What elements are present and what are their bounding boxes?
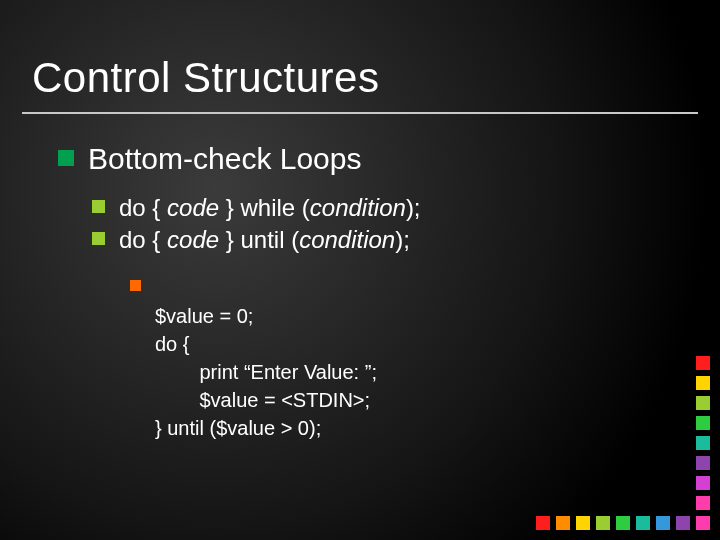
text-part: do { xyxy=(119,194,167,221)
deco-square-icon xyxy=(616,516,630,530)
deco-square-icon xyxy=(556,516,570,530)
deco-square-icon xyxy=(696,516,710,530)
code-line: } until ($value > 0); xyxy=(155,417,321,439)
bullet-level1: Bottom-check Loops xyxy=(58,140,680,178)
square-bullet-icon xyxy=(58,150,74,166)
code-line: do { xyxy=(155,333,189,355)
deco-square-icon xyxy=(696,376,710,390)
bullet-text: do { code } while (condition); xyxy=(119,192,421,224)
deco-square-icon xyxy=(676,516,690,530)
condition-italic: condition xyxy=(310,194,406,221)
deco-square-icon xyxy=(536,516,550,530)
title-divider xyxy=(22,112,698,114)
deco-square-icon xyxy=(576,516,590,530)
decoration-column-right xyxy=(696,356,710,510)
deco-square-icon xyxy=(636,516,650,530)
bullet-level2: do { code } until (condition); xyxy=(92,224,680,256)
text-part: ); xyxy=(395,226,410,253)
square-bullet-icon xyxy=(92,232,105,245)
square-bullet-icon xyxy=(130,280,141,291)
deco-square-icon xyxy=(696,476,710,490)
deco-square-icon xyxy=(696,396,710,410)
code-italic: code xyxy=(167,194,219,221)
decoration-row-bottom xyxy=(536,516,710,530)
code-italic: code xyxy=(167,226,219,253)
deco-square-icon xyxy=(696,456,710,470)
code-line: $value = 0; xyxy=(155,305,253,327)
text-part: } while ( xyxy=(219,194,310,221)
slide-title: Control Structures xyxy=(32,54,379,102)
deco-square-icon xyxy=(696,496,710,510)
condition-italic: condition xyxy=(299,226,395,253)
level2-group: do { code } while (condition); do { code… xyxy=(92,192,680,256)
bullet-text: Bottom-check Loops xyxy=(88,140,361,178)
code-line: $value = <STDIN>; xyxy=(155,389,370,411)
deco-square-icon xyxy=(696,436,710,450)
level3-group: $value = 0; do { print “Enter Value: ”; … xyxy=(130,274,680,442)
bullet-level3: $value = 0; do { print “Enter Value: ”; … xyxy=(130,274,680,442)
deco-square-icon xyxy=(696,356,710,370)
text-part: } until ( xyxy=(219,226,299,253)
deco-square-icon xyxy=(596,516,610,530)
square-bullet-icon xyxy=(92,200,105,213)
code-line: print “Enter Value: ”; xyxy=(155,361,377,383)
deco-square-icon xyxy=(696,416,710,430)
code-example: $value = 0; do { print “Enter Value: ”; … xyxy=(155,274,377,442)
deco-square-icon xyxy=(656,516,670,530)
bullet-level2: do { code } while (condition); xyxy=(92,192,680,224)
bullet-text: do { code } until (condition); xyxy=(119,224,410,256)
slide: Control Structures Bottom-check Loops do… xyxy=(0,0,720,540)
text-part: ); xyxy=(406,194,421,221)
slide-content: Bottom-check Loops do { code } while (co… xyxy=(58,140,680,442)
text-part: do { xyxy=(119,226,167,253)
